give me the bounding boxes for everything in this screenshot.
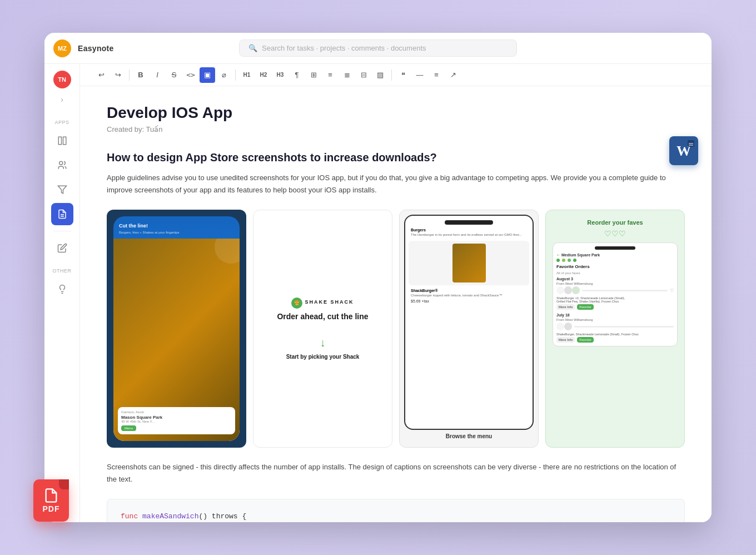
toolbar-sep-2 <box>235 70 236 81</box>
shake-shack-subtext: Start by picking your Shack <box>286 354 360 360</box>
toolbar-redo[interactable]: ↪ <box>110 67 126 83</box>
sidebar-other-label: OTHER <box>44 268 79 274</box>
toolbar-link[interactable]: ⌀ <box>216 67 232 83</box>
screenshot-card-3: Burgers The Hamburger in its purest form… <box>399 210 539 448</box>
phone-screen-1: Cut the line! Burgers, fries + Shakes at… <box>113 216 240 441</box>
sidebar-avatar-tn[interactable]: TN <box>53 71 71 88</box>
code-line-1: func makeASandwich() throws { <box>121 511 671 522</box>
sidebar-divider-1 <box>53 231 71 231</box>
document-content: Develop IOS App Created by: Tuấn How to … <box>80 86 712 522</box>
pdf-badge-text: PDF <box>43 504 60 513</box>
phone-cut-line: Cut the line! <box>119 223 234 229</box>
search-icon: 🔍 <box>248 44 257 52</box>
svg-point-2 <box>59 161 62 165</box>
topbar: MZ Easynote 🔍 Search for tasks · project… <box>44 33 712 64</box>
screenshots-grid: Cut the line! Burgers, fries + Shakes at… <box>107 210 685 448</box>
toolbar-align[interactable]: ≡ <box>429 67 444 83</box>
word-icon[interactable]: W <box>669 136 698 165</box>
phone-food-image: Garrison, Kevin Mason Square Park 45 W 4… <box>113 239 240 441</box>
phone-screen-top-1: Cut the line! Burgers, fries + Shakes at… <box>113 216 240 239</box>
sidebar-icon-filter[interactable] <box>51 179 73 201</box>
toolbar-blockquote[interactable]: ❝ <box>395 67 411 83</box>
svg-rect-0 <box>58 137 61 145</box>
toolbar-code[interactable]: <> <box>183 67 198 83</box>
screenshot-caption: Screenshots can be signed - this directl… <box>107 461 685 485</box>
reorder-title: Reorder your faves <box>553 219 678 226</box>
toolbar-italic[interactable]: I <box>150 67 165 83</box>
sidebar-icon-edit[interactable] <box>51 237 73 259</box>
topbar-left: MZ Easynote <box>53 39 153 57</box>
toolbar-bullet-list[interactable]: ≡ <box>322 67 338 83</box>
sidebar: TN › APPS OTHER <box>44 64 80 522</box>
toolbar-sep-3 <box>391 70 392 81</box>
toolbar-hr[interactable]: — <box>412 67 427 83</box>
phone-mockup-1: Cut the line! Burgers, fries + Shakes at… <box>113 216 240 441</box>
code-block: func makeASandwich() throws { // ... } |… <box>107 499 685 522</box>
toolbar-sep-1 <box>129 70 130 81</box>
hearts-icon: ♡♡♡ <box>553 229 678 238</box>
main-layout: TN › APPS OTHER <box>44 64 712 522</box>
body-text: Apple guidelines advise you to use unedi… <box>107 172 685 196</box>
toolbar-image[interactable]: ▣ <box>200 67 215 83</box>
document-title: Develop IOS App <box>107 104 685 122</box>
toolbar-paragraph[interactable]: ¶ <box>289 67 305 83</box>
section-heading: How to design App Store screenshots to i… <box>107 151 685 164</box>
sidebar-icon-book[interactable] <box>51 130 73 152</box>
favorite-orders-label: Favorite Orders <box>556 264 674 269</box>
shake-shack-tagline: Order ahead, cut the line <box>277 312 368 321</box>
sidebar-apps-label: APPS <box>44 120 79 125</box>
toolbar-indent[interactable]: ↗ <box>445 67 461 83</box>
toolbar-h3[interactable]: H3 <box>272 67 288 83</box>
screenshot-card-4: Reorder your faves ♡♡♡ ← Medium Square P… <box>545 210 685 448</box>
toolbar: ↩ ↪ B I S <> ▣ ⌀ H1 H2 H3 ¶ ⊞ ≡ ≣ ⊟ ▨ <box>80 64 712 86</box>
shake-shack-logo-text: SHAKE SHACK <box>305 299 354 305</box>
search-box[interactable]: 🔍 Search for tasks · projects · comments… <box>239 39 517 57</box>
phone-subtitle-1: Burgers, fries + Shakes at your fingerti… <box>119 231 234 234</box>
svg-marker-3 <box>58 186 66 194</box>
toolbar-bold[interactable]: B <box>133 67 148 83</box>
shake-shack-brand: 🍔 SHAKE SHACK Order ahead, cut the line <box>277 298 368 328</box>
phone-mini-4: ← Medium Square Park Favorite Orders All… <box>553 242 678 346</box>
document-creator: Created by: Tuấn <box>107 125 685 133</box>
avatar-mz[interactable]: MZ <box>53 39 71 57</box>
pdf-corner <box>59 479 69 489</box>
toolbar-strikethrough[interactable]: S <box>166 67 182 83</box>
sidebar-toggle-icon[interactable]: › <box>56 93 69 106</box>
toolbar-undo[interactable]: ↩ <box>93 67 109 83</box>
screenshot-card-1: Cut the line! Burgers, fries + Shakes at… <box>107 210 246 448</box>
sidebar-icon-bulb[interactable] <box>51 278 73 300</box>
svg-rect-1 <box>63 137 66 145</box>
sidebar-icon-document[interactable] <box>51 203 73 225</box>
topbar-search: 🔍 Search for tasks · projects · comments… <box>153 39 603 57</box>
browse-menu-label: Browse the menu <box>404 430 534 443</box>
phone-mockup-3: Burgers The Hamburger in its purest form… <box>404 215 534 430</box>
search-placeholder-text: Search for tasks · projects · comments ·… <box>262 44 426 52</box>
toolbar-checklist[interactable]: ⊟ <box>356 67 371 83</box>
pdf-badge[interactable]: PDF <box>33 479 69 522</box>
sidebar-icon-people[interactable] <box>51 154 73 176</box>
toolbar-table[interactable]: ⊞ <box>306 67 321 83</box>
screenshot-card-2: 🍔 SHAKE SHACK Order ahead, cut the line … <box>253 210 392 448</box>
toolbar-ordered-list[interactable]: ≣ <box>339 67 355 83</box>
green-arrow-icon: ↓ <box>320 336 326 349</box>
app-logo: Easynote <box>78 44 114 53</box>
toolbar-h2[interactable]: H2 <box>256 67 271 83</box>
toolbar-media[interactable]: ▨ <box>372 67 388 83</box>
toolbar-h1[interactable]: H1 <box>239 67 255 83</box>
